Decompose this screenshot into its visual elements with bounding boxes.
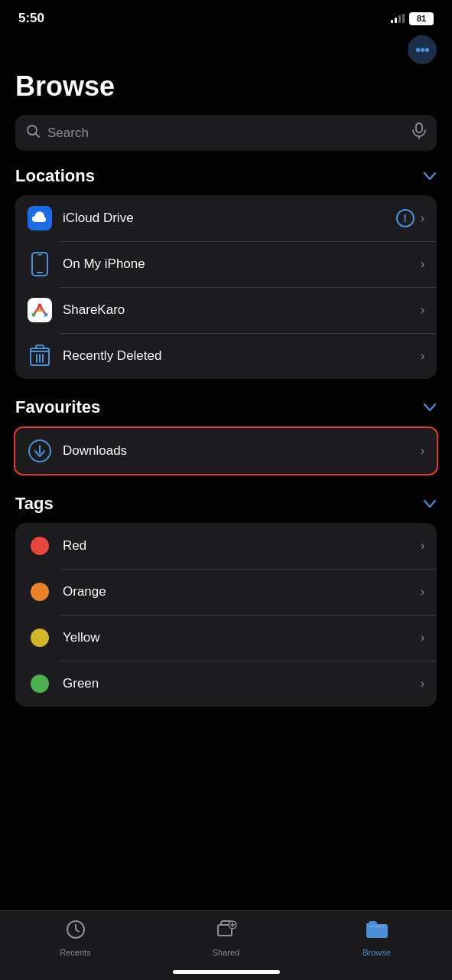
- yellow-chevron-icon: ›: [421, 631, 424, 645]
- locations-title: Locations: [15, 166, 95, 186]
- icloud-drive-label: iCloud Drive: [63, 211, 385, 226]
- on-my-iphone-right: ›: [421, 257, 424, 271]
- search-placeholder: Search: [47, 126, 405, 141]
- red-tag-icon: [28, 534, 52, 558]
- orange-label: Orange: [63, 584, 410, 599]
- favourites-header: Favourites: [15, 397, 437, 417]
- tab-shared[interactable]: Shared: [151, 919, 301, 957]
- battery-icon: 81: [409, 12, 434, 25]
- svg-point-0: [28, 126, 37, 135]
- orange-chevron-icon: ›: [421, 585, 424, 599]
- shared-icon: [216, 919, 237, 945]
- search-icon: [26, 124, 40, 142]
- mic-icon[interactable]: [412, 122, 426, 143]
- downloads-chevron-icon: ›: [421, 444, 424, 458]
- downloads-label: Downloads: [63, 443, 410, 459]
- sharekaro-right: ›: [421, 303, 424, 317]
- red-chevron-icon: ›: [421, 539, 424, 553]
- locations-header: Locations: [15, 166, 437, 186]
- favourites-section: Favourites Downloads ›: [0, 397, 452, 494]
- orange-tag-icon: [28, 580, 52, 604]
- top-bar: •••: [0, 32, 452, 70]
- green-tag-icon: [28, 671, 52, 696]
- yellow-tag-icon: [28, 626, 52, 650]
- downloads-right: ›: [421, 444, 424, 458]
- status-icons: 81: [391, 12, 434, 25]
- list-item-downloads[interactable]: Downloads ›: [14, 426, 438, 475]
- locations-section: Locations iCloud Drive ! ›: [0, 166, 452, 397]
- list-item-icloud-drive[interactable]: iCloud Drive ! ›: [15, 195, 437, 241]
- svg-rect-6: [37, 272, 43, 273]
- browse-icon: [366, 919, 388, 945]
- tags-section: Tags Red ›: [0, 494, 452, 725]
- shared-tab-label: Shared: [213, 948, 239, 957]
- sharekaro-icon: [28, 298, 52, 322]
- signal-bars-icon: [391, 14, 405, 23]
- locations-list: iCloud Drive ! › On My iPhone ›: [15, 195, 437, 379]
- tags-title: Tags: [15, 494, 54, 514]
- svg-point-11: [44, 313, 48, 317]
- list-item-red[interactable]: Red ›: [15, 523, 437, 569]
- list-item-sharekaro[interactable]: ShareKaro ›: [15, 287, 437, 333]
- green-chevron-icon: ›: [421, 677, 424, 691]
- tab-recents[interactable]: Recents: [0, 919, 151, 957]
- page-title: Browse: [0, 70, 452, 115]
- recently-deleted-label: Recently Deleted: [63, 348, 410, 364]
- svg-rect-7: [37, 254, 42, 256]
- on-my-iphone-icon: [28, 252, 52, 276]
- locations-chevron-icon[interactable]: [423, 168, 437, 185]
- tab-browse[interactable]: Browse: [301, 919, 452, 957]
- list-item-yellow[interactable]: Yellow ›: [15, 615, 437, 661]
- icloud-drive-right: ! ›: [396, 209, 424, 227]
- list-item-green[interactable]: Green ›: [15, 661, 437, 707]
- tags-chevron-icon[interactable]: [423, 496, 437, 512]
- green-label: Green: [63, 676, 410, 691]
- icloud-drive-icon: [28, 206, 52, 230]
- status-bar: 5:50 81: [0, 0, 452, 32]
- icloud-drive-chevron-icon: ›: [421, 211, 424, 225]
- favourites-title: Favourites: [15, 397, 100, 417]
- content-area: Locations iCloud Drive ! ›: [0, 166, 452, 817]
- recents-tab-label: Recents: [60, 948, 90, 957]
- icloud-warning-icon: !: [396, 209, 415, 227]
- sharekaro-label: ShareKaro: [63, 302, 410, 318]
- favourites-chevron-icon[interactable]: [423, 400, 437, 416]
- sharekaro-chevron-icon: ›: [421, 303, 424, 317]
- on-my-iphone-chevron-icon: ›: [421, 257, 424, 271]
- svg-line-1: [36, 134, 39, 137]
- browse-tab-label: Browse: [363, 948, 391, 957]
- tags-header: Tags: [15, 494, 437, 514]
- tags-list: Red › Orange › Yellow: [15, 523, 437, 707]
- home-indicator: [173, 970, 280, 974]
- status-time: 5:50: [18, 11, 44, 26]
- yellow-label: Yellow: [63, 630, 410, 645]
- search-container: Search: [0, 115, 452, 166]
- more-button[interactable]: •••: [408, 35, 437, 64]
- search-bar[interactable]: Search: [15, 115, 437, 151]
- recently-deleted-right: ›: [421, 349, 424, 363]
- red-label: Red: [63, 538, 410, 554]
- svg-point-10: [32, 313, 36, 317]
- recently-deleted-chevron-icon: ›: [421, 349, 424, 363]
- recently-deleted-icon: [28, 344, 52, 368]
- downloads-icon: [28, 439, 52, 463]
- svg-point-9: [38, 304, 42, 308]
- list-item-on-my-iphone[interactable]: On My iPhone ›: [15, 241, 437, 287]
- recents-icon: [65, 919, 86, 945]
- on-my-iphone-label: On My iPhone: [63, 256, 410, 272]
- list-item-orange[interactable]: Orange ›: [15, 569, 437, 615]
- more-dots-icon: •••: [415, 42, 429, 57]
- svg-rect-2: [416, 123, 422, 132]
- list-item-recently-deleted[interactable]: Recently Deleted ›: [15, 333, 437, 379]
